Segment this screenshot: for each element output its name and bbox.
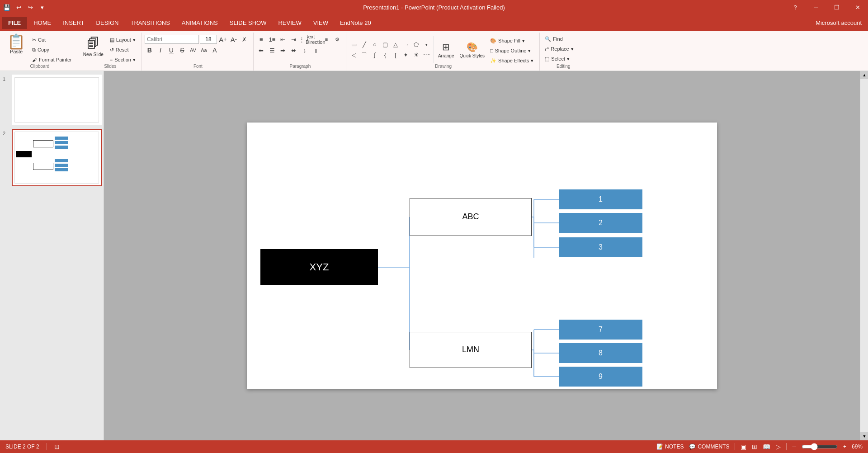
zoom-out-button[interactable]: ─ bbox=[792, 444, 796, 450]
comments-button[interactable]: 💬 COMMENTS bbox=[689, 444, 729, 450]
align-text-button[interactable]: ≡ bbox=[321, 34, 331, 44]
bold-button[interactable]: B bbox=[145, 45, 155, 55]
xyz-box[interactable]: XYZ bbox=[260, 249, 378, 285]
transitions-menu[interactable]: TRANSITIONS bbox=[125, 17, 175, 29]
replace-button[interactable]: ⇄ Replace ▾ bbox=[542, 44, 582, 53]
decrease-indent-button[interactable]: ⇤ bbox=[278, 34, 288, 44]
shape-pentagon-icon[interactable]: ⬠ bbox=[411, 40, 421, 50]
restore-button[interactable]: ❐ bbox=[826, 0, 847, 14]
char-spacing-button[interactable]: AV bbox=[188, 45, 198, 55]
minimize-button[interactable]: ─ bbox=[806, 0, 826, 14]
abc-box[interactable]: ABC bbox=[410, 198, 532, 236]
normal-view-button[interactable]: ▣ bbox=[741, 443, 746, 450]
shape-oval-icon[interactable]: ○ bbox=[370, 40, 380, 50]
align-left-button[interactable]: ⬅ bbox=[256, 45, 266, 55]
home-menu[interactable]: HOME bbox=[28, 17, 57, 29]
slide2-thumbnail[interactable] bbox=[12, 129, 102, 186]
cols-button[interactable]: ⫼ bbox=[311, 45, 321, 55]
close-button[interactable]: ✕ bbox=[847, 0, 868, 14]
button-3[interactable]: 3 bbox=[559, 237, 642, 257]
quick-access-toolbar[interactable]: 💾 ↩ ↪ ▾ bbox=[0, 0, 49, 14]
redo-icon[interactable]: ↪ bbox=[25, 2, 35, 12]
justify-button[interactable]: ⬌ bbox=[289, 45, 299, 55]
shape-triangle-icon[interactable]: △ bbox=[391, 40, 401, 50]
file-menu[interactable]: FILE bbox=[2, 17, 27, 29]
lmn-box[interactable]: LMN bbox=[410, 332, 532, 368]
shape-rect-icon[interactable]: ▭ bbox=[349, 40, 359, 50]
scroll-up-button[interactable]: ▲ bbox=[860, 71, 868, 79]
notes-button[interactable]: 📝 NOTES bbox=[656, 444, 684, 450]
copy-button[interactable]: ⧉ Copy bbox=[30, 45, 74, 54]
shape-wave-icon[interactable]: 〰 bbox=[422, 50, 432, 60]
clear-formatting-icon[interactable]: ✗ bbox=[240, 34, 250, 44]
shape-tri2-icon[interactable]: ◁ bbox=[349, 50, 359, 60]
select-button[interactable]: ⬚ Select ▾ bbox=[542, 54, 582, 63]
scroll-down-button[interactable]: ▼ bbox=[860, 432, 868, 440]
shape-sun-icon[interactable]: ☀ bbox=[411, 50, 421, 60]
font-color-button[interactable]: A bbox=[210, 45, 220, 55]
bullets-button[interactable]: ≡ bbox=[256, 34, 266, 44]
design-menu[interactable]: DESIGN bbox=[91, 17, 124, 29]
slide1-thumbnail[interactable] bbox=[12, 75, 102, 125]
font-size-input[interactable] bbox=[200, 35, 217, 44]
undo-icon[interactable]: ↩ bbox=[14, 2, 24, 12]
line-spacing-button[interactable]: ↕ bbox=[300, 45, 310, 55]
shape-curve-icon[interactable]: ∫ bbox=[370, 50, 380, 60]
zoom-in-button[interactable]: + bbox=[843, 444, 846, 450]
button-1[interactable]: 1 bbox=[559, 189, 642, 209]
underline-button[interactable]: U bbox=[166, 45, 176, 55]
new-slide-button[interactable]: 🗐 New Slide bbox=[81, 33, 106, 61]
increase-font-icon[interactable]: A+ bbox=[218, 34, 228, 44]
button-8[interactable]: 8 bbox=[559, 343, 642, 363]
arrange-button[interactable]: ⊞ Arrange bbox=[436, 36, 457, 64]
shapes-more-icon[interactable]: ▾ bbox=[422, 40, 432, 50]
align-right-button[interactable]: ➡ bbox=[278, 45, 288, 55]
shape-brace-icon[interactable]: { bbox=[380, 50, 390, 60]
endnote-menu[interactable]: EndNote 20 bbox=[335, 17, 377, 29]
font-name-input[interactable] bbox=[145, 35, 199, 44]
numbering-button[interactable]: 1≡ bbox=[267, 34, 277, 44]
shape-line-icon[interactable]: ╱ bbox=[359, 40, 369, 50]
strikethrough-button[interactable]: S bbox=[177, 45, 187, 55]
decrease-font-icon[interactable]: A- bbox=[229, 34, 239, 44]
shape-star-icon[interactable]: ✦ bbox=[401, 50, 411, 60]
shape-round-rect-icon[interactable]: ▢ bbox=[380, 40, 390, 50]
change-case-button[interactable]: Aa bbox=[199, 45, 209, 55]
convert-smartart-button[interactable]: ⚙ bbox=[332, 34, 342, 44]
reading-view-button[interactable]: 📖 bbox=[763, 443, 770, 450]
button-2[interactable]: 2 bbox=[559, 213, 642, 233]
align-center-button[interactable]: ☰ bbox=[267, 45, 277, 55]
save-icon[interactable]: 💾 bbox=[2, 2, 12, 12]
button-9[interactable]: 9 bbox=[559, 367, 642, 387]
help-button[interactable]: ? bbox=[785, 0, 806, 14]
scroll-track[interactable] bbox=[860, 79, 868, 432]
paste-button[interactable]: 📋 Paste bbox=[4, 33, 29, 56]
zoom-slider[interactable] bbox=[802, 444, 838, 450]
shape-fill-button[interactable]: 🎨 Shape Fill ▾ bbox=[488, 36, 536, 45]
shape-outline-button[interactable]: □ Shape Outline ▾ bbox=[488, 46, 536, 55]
slideshow-button[interactable]: ▷ bbox=[776, 443, 781, 450]
slide-sorter-button[interactable]: ⊞ bbox=[752, 443, 757, 450]
quick-styles-button[interactable]: 🎨 Quick Styles bbox=[457, 36, 487, 64]
italic-button[interactable]: I bbox=[156, 45, 165, 55]
layout-button[interactable]: ▤ Layout ▾ bbox=[108, 35, 138, 44]
reset-button[interactable]: ↺ Reset bbox=[108, 45, 138, 54]
view-menu[interactable]: VIEW bbox=[308, 17, 334, 29]
window-controls[interactable]: ─ ❐ ✕ bbox=[806, 0, 868, 14]
find-button[interactable]: 🔍 Find bbox=[542, 34, 582, 43]
review-menu[interactable]: REVIEW bbox=[273, 17, 307, 29]
shape-arc-icon[interactable]: ⌒ bbox=[359, 50, 369, 60]
animations-menu[interactable]: ANIMATIONS bbox=[176, 17, 223, 29]
canvas-area[interactable]: XYZ ABC LMN 1 2 3 7 bbox=[104, 71, 860, 440]
fit-slide-button[interactable]: ⊡ bbox=[54, 443, 60, 450]
insert-menu[interactable]: INSERT bbox=[57, 17, 90, 29]
right-scrollbar[interactable]: ▲ ▼ bbox=[860, 71, 868, 440]
shape-arrow-icon[interactable]: → bbox=[401, 40, 411, 50]
button-7[interactable]: 7 bbox=[559, 320, 642, 340]
account-button[interactable]: Microsoft account bbox=[811, 18, 866, 28]
text-direction-button[interactable]: Text Direction bbox=[311, 34, 321, 44]
increase-indent-button[interactable]: ⇥ bbox=[289, 34, 299, 44]
customize-qat-icon[interactable]: ▾ bbox=[37, 2, 47, 12]
slideshow-menu[interactable]: SLIDE SHOW bbox=[224, 17, 272, 29]
shape-bracket-icon[interactable]: [ bbox=[391, 50, 401, 60]
